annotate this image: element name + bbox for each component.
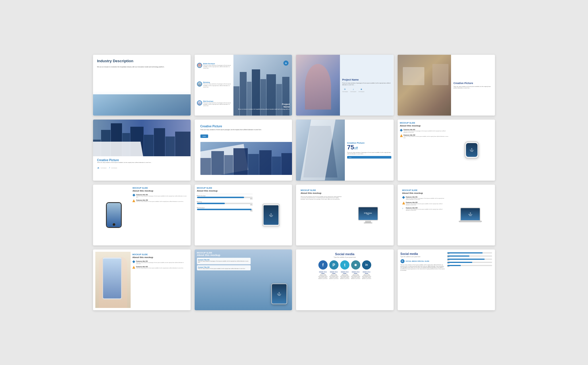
- slide-6-more-btn[interactable]: more: [200, 134, 208, 138]
- slide-13: MOCKUP SLIDE About this mockup Features …: [93, 249, 191, 310]
- slide-8-watch-screen: G Business Graph: [466, 143, 477, 157]
- slide-13-feature-2: Features title #02 There are many variat…: [132, 266, 187, 269]
- slide-7-image: [296, 120, 345, 180]
- slide-5-desc: There are many variations of lorem ipsum…: [97, 162, 187, 163]
- slide-2-project-name: Project Name We are on mission to revolu…: [238, 103, 290, 110]
- slide-10-tablet-shape: G Business Graph: [262, 204, 280, 227]
- slide-15-label-4: INSERT TITLE HERE There are many variati…: [351, 271, 360, 281]
- slide-16-subtitle: Type the subtitle of your great here: [401, 256, 445, 257]
- slide-15-twitter-icon: t: [340, 260, 349, 270]
- slide-10: MOCKUP SLIDE About this mockup Mobile De…: [195, 185, 292, 245]
- slide-7-desc: There are many variations of passages of…: [347, 152, 391, 155]
- slide-12-content: MOCKUP SLIDE About this mockup Features …: [400, 187, 448, 243]
- slide-13-diamond-icon: [132, 260, 135, 263]
- slide-16-bars: 79% 49% 83% 56%: [447, 252, 492, 307]
- slide-6-desc: There are many variations of lorem ipsum…: [200, 129, 287, 131]
- slide-14-tablet-screen: G Business Graph: [272, 284, 287, 304]
- slide-9: MOCKUP SLIDE About this mockup Features …: [93, 185, 191, 245]
- slide-10-divider: [197, 194, 253, 194]
- slide-5-title: Creative Picture: [97, 159, 187, 162]
- slide-13-hand-bg: [95, 252, 131, 308]
- slide-11-desktop: G Business Graph: [345, 187, 391, 243]
- slide-6-title: Creative Picture: [200, 125, 287, 128]
- slide-15-label-3: INSERT TITLE HERE There are many variati…: [340, 271, 349, 281]
- slide-13-hand: [95, 252, 131, 308]
- slide-5-icons: ☁ Lorem Ipsum ♪ Lorem Ipsum: [97, 164, 187, 169]
- slide-2: Mobile Developer There are many variatio…: [195, 55, 292, 116]
- slide-16-bar-5: 30%: [447, 265, 492, 267]
- slide-11-subtitle: About this mockup: [301, 192, 343, 194]
- slide-3-content: Project Name There are many variations o…: [340, 55, 394, 116]
- slide-12-feature-3: ♪ Features title #03 There are many vari…: [402, 207, 446, 211]
- slide-2-left: Mobile Developer There are many variatio…: [195, 55, 234, 116]
- slide-15-linkedin-icon: in: [362, 260, 371, 270]
- slide-6-top: Creative Picture There are many variatio…: [198, 122, 289, 142]
- slide-2-text-3: Web Developer There are many variations …: [203, 100, 231, 107]
- slide-12-title: MOCKUP SLIDE: [402, 189, 446, 191]
- slide-8-diamond-icon: [400, 129, 403, 132]
- slide-1-bg-image: [93, 94, 191, 116]
- slide-8-subtitle: About this mockup: [400, 124, 450, 127]
- slide-9-title: MOCKUP SLIDE: [132, 187, 188, 189]
- slide-10-tablet: G Business Graph: [253, 187, 290, 243]
- slide-5: Creative Picture There are many variatio…: [93, 120, 191, 180]
- slide-12-laptop: G Business Graph: [448, 187, 493, 243]
- slide-5-image: [93, 120, 191, 156]
- slide-15: Social media Type the subtitle of your g…: [296, 249, 394, 310]
- slide-7-more-btn[interactable]: more: [347, 156, 391, 159]
- slide-9-feature-2: Features title #02 There are many variat…: [132, 199, 188, 202]
- slide-15-instagram-icon: ◉: [351, 260, 360, 270]
- slide-14-card-1: Content Title #01 There are many variati…: [197, 258, 251, 264]
- slide-16-logo: G: [401, 259, 405, 263]
- slide-9-phone-shape: [106, 202, 122, 228]
- slide-3: Project Name There are many variations o…: [296, 55, 394, 116]
- slide-2-item-2: Marketing There are many variations of p…: [197, 81, 231, 88]
- slide-12-triangle-icon: [402, 202, 405, 204]
- slide-16-bar-4: 56%: [447, 262, 492, 264]
- slide-10-title: MOCKUP SLIDE: [197, 187, 253, 189]
- slide-15-subtitle: Type the subtitle of your great here: [299, 256, 391, 258]
- slide-3-icons: ✈ Lorem Ipsum ♪ Lorem Ipsum ★ Lorem Ipsu…: [342, 88, 391, 92]
- slide-14-content: MOCKUP SLIDE About this mockup Content T…: [195, 249, 253, 273]
- slide-10-bar-3: Web Developer 98%: [197, 207, 253, 212]
- slide-14: MOCKUP SLIDE About this mockup Content T…: [195, 249, 292, 310]
- slide-9-phone: [95, 187, 132, 243]
- main-grid: Industry Description We are on mission t…: [93, 55, 495, 310]
- slide-2-avatar-3: [197, 100, 202, 106]
- slide-7-percent: 75: [347, 144, 354, 151]
- slide-12-laptop-screen: G Business Graph: [460, 208, 480, 221]
- slide-2-avatar-2: [197, 81, 202, 87]
- slide-2-item-1: Mobile Developer There are many variatio…: [197, 63, 231, 69]
- slide-2-avatar-1: [197, 63, 202, 68]
- slide-6-image: [200, 142, 292, 175]
- slide-8-title: MOCKUP SLIDE: [400, 122, 450, 124]
- slide-4-image: [398, 55, 451, 116]
- slide-12-feature-1: Features title #01 There are many variat…: [402, 196, 446, 200]
- slide-12-subtitle: About this mockup: [402, 192, 446, 194]
- slide-12-laptop-shape: G Business Graph: [459, 208, 482, 222]
- slide-1-title: Industry Description: [97, 59, 187, 64]
- slide-14-subtitle: About this mockup: [197, 254, 251, 257]
- slide-16-bar-1: 79%: [447, 252, 492, 255]
- slide-1: Industry Description We are on mission t…: [93, 55, 191, 116]
- slide-10-content: MOCKUP SLIDE About this mockup Mobile De…: [197, 187, 253, 243]
- slide-13-title: MOCKUP SLIDE: [132, 253, 187, 255]
- slide-15-icons: f P t ◉ in: [299, 260, 391, 270]
- slide-10-subtitle: About this mockup: [197, 190, 253, 192]
- slide-14-tablet-hand: G Business Graph: [271, 284, 287, 304]
- slide-12: MOCKUP SLIDE About this mockup Features …: [398, 185, 495, 245]
- slide-8-watch-shape: G Business Graph: [465, 141, 479, 159]
- slide-15-facebook-icon: f: [318, 260, 328, 270]
- slide-16-title: Social media: [401, 252, 445, 255]
- slide-16-bar-3: 83%: [447, 259, 492, 261]
- slide-3-image: [296, 55, 340, 116]
- slide-3-icon-2: ♪ Lorem Ipsum: [350, 88, 356, 92]
- slide-4-desc: There are many variations of lorem ipsum…: [453, 86, 493, 89]
- slide-8: MOCKUP SLIDE About this mockup Features …: [398, 120, 495, 180]
- slide-5-icon-2: ♪ Lorem Ipsum: [109, 164, 117, 169]
- slide-3-title: Project Name: [342, 78, 391, 81]
- slide-3-icon-1: ✈ Lorem Ipsum: [342, 88, 348, 92]
- slide-15-label-2: INSERT TITLE HERE There are many variati…: [329, 271, 339, 281]
- slide-9-diamond-icon: [132, 194, 135, 197]
- slide-12-music-icon: ♪: [402, 207, 405, 210]
